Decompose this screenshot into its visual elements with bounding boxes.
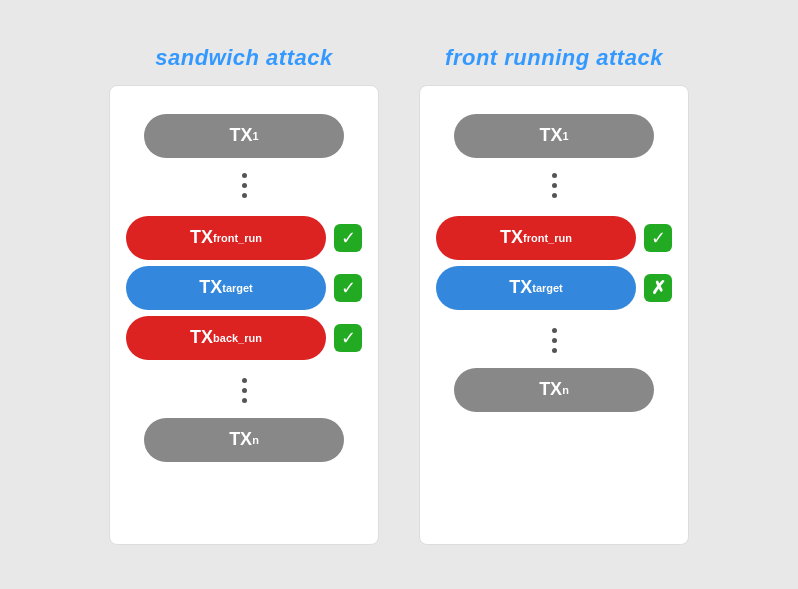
frontrun-target-sub: target xyxy=(532,282,563,294)
sandwich-front-row: TXfront_run ✓ xyxy=(126,216,362,260)
sandwich-tx1-label: TX xyxy=(229,125,252,146)
frontrun-target-label: TX xyxy=(509,277,532,298)
sandwich-back-check: ✓ xyxy=(334,324,362,352)
main-container: sandwich attack TX1 TXfront_run ✓ xyxy=(79,25,719,565)
frontrun-front-label: TX xyxy=(500,227,523,248)
frontrun-tx1-sub: 1 xyxy=(562,130,568,142)
sandwich-target-check: ✓ xyxy=(334,274,362,302)
frontrun-dots-top xyxy=(552,158,557,213)
sandwich-tx-front: TXfront_run xyxy=(126,216,326,260)
frontrun-txn-sub: n xyxy=(562,384,569,396)
dot2 xyxy=(242,183,247,188)
frontrun-block: TX1 TXfront_run ✓ TXtarget xyxy=(419,85,689,545)
dot1 xyxy=(242,173,247,178)
sandwich-target-sub: target xyxy=(222,282,253,294)
frontrun-front-sub: front_run xyxy=(523,232,572,244)
frontrun-tx1-label: TX xyxy=(539,125,562,146)
sandwich-dots-top xyxy=(242,158,247,213)
frontrun-txn-label: TX xyxy=(539,379,562,400)
sandwich-front-sub: front_run xyxy=(213,232,262,244)
sandwich-tx-target: TXtarget xyxy=(126,266,326,310)
frontrun-dots-bottom xyxy=(552,313,557,368)
frontrun-target-row: TXtarget ✗ xyxy=(436,266,672,310)
dot12 xyxy=(552,348,557,353)
dot3 xyxy=(242,193,247,198)
frontrun-target-cross: ✗ xyxy=(644,274,672,302)
sandwich-block: TX1 TXfront_run ✓ TXtarget xyxy=(109,85,379,545)
sandwich-front-label: TX xyxy=(190,227,213,248)
sandwich-target-row: TXtarget ✓ xyxy=(126,266,362,310)
dot5 xyxy=(242,388,247,393)
sandwich-target-label: TX xyxy=(199,277,222,298)
sandwich-tx1-sub: 1 xyxy=(252,130,258,142)
sandwich-tx1: TX1 xyxy=(144,114,344,158)
dot8 xyxy=(552,183,557,188)
dot7 xyxy=(552,173,557,178)
sandwich-section: sandwich attack TX1 TXfront_run ✓ xyxy=(109,45,379,545)
sandwich-txn-label: TX xyxy=(229,429,252,450)
frontrun-front-check: ✓ xyxy=(644,224,672,252)
frontrun-tx1: TX1 xyxy=(454,114,654,158)
dot6 xyxy=(242,398,247,403)
frontrun-section: front running attack TX1 TXfront_run ✓ xyxy=(419,45,689,545)
sandwich-back-label: TX xyxy=(190,327,213,348)
frontrun-title: front running attack xyxy=(445,45,663,71)
sandwich-back-row: TXback_run ✓ xyxy=(126,316,362,360)
frontrun-front-row: TXfront_run ✓ xyxy=(436,216,672,260)
sandwich-tx-back: TXback_run xyxy=(126,316,326,360)
sandwich-title: sandwich attack xyxy=(155,45,332,71)
frontrun-tx-front: TXfront_run xyxy=(436,216,636,260)
dot4 xyxy=(242,378,247,383)
sandwich-dots-bottom xyxy=(242,363,247,418)
sandwich-back-sub: back_run xyxy=(213,332,262,344)
frontrun-txn: TXn xyxy=(454,368,654,412)
sandwich-txn: TXn xyxy=(144,418,344,462)
dot9 xyxy=(552,193,557,198)
sandwich-txn-sub: n xyxy=(252,434,259,446)
frontrun-tx-target: TXtarget xyxy=(436,266,636,310)
dot10 xyxy=(552,328,557,333)
sandwich-front-check: ✓ xyxy=(334,224,362,252)
dot11 xyxy=(552,338,557,343)
